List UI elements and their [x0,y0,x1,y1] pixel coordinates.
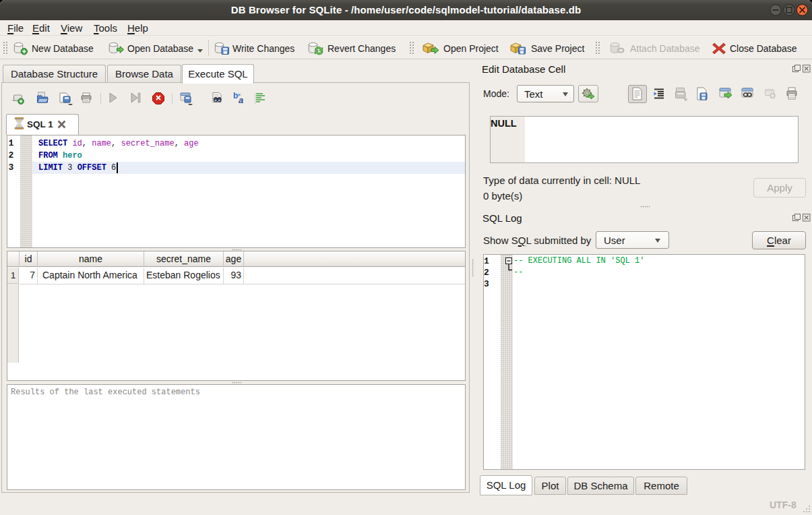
svg-text:b: b [233,92,238,100]
svg-text:a: a [239,95,243,105]
